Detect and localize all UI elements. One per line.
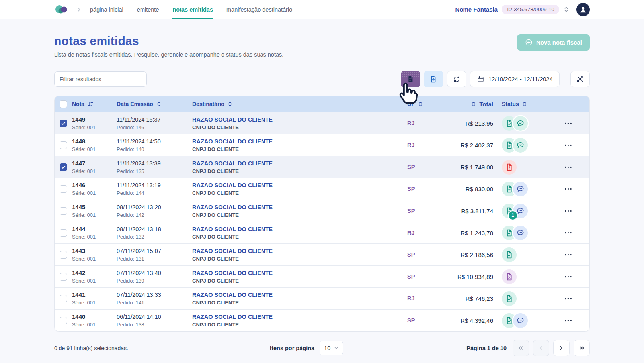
document-check-icon[interactable]	[502, 247, 517, 262]
row-checkbox[interactable]	[60, 295, 67, 302]
last-page-button[interactable]	[574, 340, 590, 356]
recipient-name[interactable]: RAZAO SOCIAL DO CLIENTE	[192, 204, 399, 211]
column-header-data-emissao[interactable]: Data Emissão	[117, 101, 192, 107]
chat-check-icon[interactable]	[513, 116, 528, 131]
total-value: R$ 4.392,46	[442, 317, 502, 324]
page-info-text: Página 1 de 10	[466, 345, 507, 351]
row-checkbox[interactable]	[60, 185, 67, 193]
row-actions-button[interactable]	[564, 206, 573, 216]
recipient-name[interactable]: RAZAO SOCIAL DO CLIENTE	[192, 160, 399, 167]
column-header-nota[interactable]: Nota	[72, 101, 117, 108]
total-value: R$ 830,00	[442, 186, 502, 192]
recipient-name[interactable]: RAZAO SOCIAL DO CLIENTE	[192, 313, 399, 320]
selection-count-text: 0 de 91 linha(s) selecionadas.	[54, 345, 128, 351]
app-logo-icon[interactable]	[54, 4, 68, 16]
row-checkbox[interactable]	[60, 207, 67, 215]
recipient-cnpj: CNPJ DO CLIENTE	[192, 124, 399, 130]
invoice-number: 1448	[72, 138, 113, 145]
recipient-name[interactable]: RAZAO SOCIAL DO CLIENTE	[192, 291, 399, 298]
refresh-button[interactable]	[447, 71, 466, 87]
chat-check-icon[interactable]	[513, 138, 528, 153]
recipient-name[interactable]: RAZAO SOCIAL DO CLIENTE	[192, 269, 399, 277]
total-value: R$ 213,95	[442, 120, 502, 127]
column-header-uf[interactable]: UF	[402, 101, 442, 107]
column-header-status[interactable]: Status	[502, 101, 550, 107]
table-settings-button[interactable]	[570, 71, 590, 87]
date-range-button[interactable]: 12/10/2024 - 12/11/2024	[470, 71, 560, 87]
recipient-name[interactable]: RAZAO SOCIAL DO CLIENTE	[192, 182, 399, 189]
document-download-icon	[429, 75, 437, 83]
column-header-total[interactable]: Total	[442, 101, 502, 108]
document-cancel-icon[interactable]	[502, 269, 517, 284]
uf-value: RJ	[402, 295, 442, 302]
uf-value: RJ	[402, 142, 442, 148]
row-checkbox[interactable]	[60, 163, 67, 171]
issue-date: 07/11/2024 15:07	[117, 247, 189, 255]
recipient-name[interactable]: RAZAO SOCIAL DO CLIENTE	[192, 226, 399, 233]
nav-item-2[interactable]: notas emitidas	[172, 0, 213, 19]
column-header-destinatario[interactable]: Destinatário	[192, 101, 402, 107]
recipient-name[interactable]: RAZAO SOCIAL DO CLIENTE	[192, 116, 399, 123]
document-error-icon[interactable]	[502, 160, 517, 175]
issue-date: 11/11/2024 13:39	[117, 160, 189, 167]
invoices-table: Nota Data Emissão Destinatário UF	[54, 96, 590, 332]
recipient-name[interactable]: RAZAO SOCIAL DO CLIENTE	[192, 247, 399, 255]
row-actions-button[interactable]	[564, 294, 573, 303]
document-check-icon[interactable]	[502, 291, 517, 306]
issue-date: 08/11/2024 13:18	[117, 226, 189, 233]
download-document-button[interactable]	[424, 71, 443, 87]
company-switcher-icon[interactable]	[563, 6, 569, 13]
table-row: 1448 Série: 001 11/11/2024 14:50 Pedido:…	[55, 134, 589, 156]
select-all-checkbox[interactable]	[60, 100, 67, 108]
invoice-series: Série: 001	[72, 256, 113, 262]
invoice-number: 1446	[72, 182, 113, 189]
previous-page-button[interactable]	[533, 340, 549, 356]
table-row: 1447 Série: 001 11/11/2024 13:39 Pedido:…	[55, 156, 589, 178]
row-actions-button[interactable]	[564, 119, 573, 128]
nav-item-3[interactable]: manifestação destinatário	[226, 0, 292, 19]
filter-input[interactable]	[54, 71, 147, 87]
invoice-number: 1444	[72, 226, 113, 233]
row-actions-button[interactable]	[564, 228, 573, 237]
row-checkbox[interactable]	[60, 229, 67, 237]
chat-dots-icon[interactable]	[513, 313, 528, 328]
recipient-cnpj: CNPJ DO CLIENTE	[192, 234, 399, 240]
nav-item-1[interactable]: emitente	[137, 0, 159, 19]
new-invoice-button[interactable]: Nova nota fiscal	[517, 34, 590, 51]
nav-item-0[interactable]: página inicial	[90, 0, 123, 19]
chat-dots-icon[interactable]	[513, 226, 528, 240]
row-actions-button[interactable]	[564, 184, 573, 194]
row-checkbox[interactable]	[60, 317, 67, 324]
company-name[interactable]: Nome Fantasia	[455, 6, 498, 13]
row-checkbox[interactable]	[60, 273, 67, 281]
status-icons	[502, 291, 550, 306]
sort-both-icon	[156, 101, 162, 107]
first-page-button[interactable]	[513, 340, 529, 356]
uf-value: RJ	[402, 230, 442, 236]
order-number: Pedido: 139	[117, 278, 189, 284]
status-icons	[502, 160, 550, 175]
invoice-number: 1441	[72, 291, 113, 299]
chat-dots-icon[interactable]: 1	[513, 204, 528, 218]
next-page-button[interactable]	[553, 340, 570, 356]
recipient-name[interactable]: RAZAO SOCIAL DO CLIENTE	[192, 138, 399, 145]
row-checkbox[interactable]	[60, 251, 67, 259]
row-checkbox[interactable]	[60, 120, 67, 127]
user-avatar[interactable]	[576, 3, 590, 16]
items-per-page-select[interactable]: 10	[320, 341, 343, 355]
page-subtitle: Lista de notas fiscais emitidas. Pesquis…	[54, 51, 283, 58]
document-icon	[406, 75, 414, 83]
top-navbar: página inicialemitentenotas emitidasmani…	[0, 0, 644, 19]
invoice-number: 1440	[72, 313, 113, 321]
status-icons	[502, 116, 550, 131]
export-document-button[interactable]	[401, 71, 420, 87]
order-number: Pedido: 142	[117, 212, 189, 218]
row-actions-button[interactable]	[564, 316, 573, 325]
row-actions-button[interactable]	[564, 272, 573, 281]
chat-dots-icon[interactable]	[513, 182, 528, 196]
row-actions-button[interactable]	[564, 250, 573, 259]
row-actions-button[interactable]	[564, 141, 573, 150]
row-checkbox[interactable]	[60, 141, 67, 149]
row-actions-button[interactable]	[564, 163, 573, 172]
table-row: 1443 Série: 001 07/11/2024 15:07 Pedido:…	[55, 243, 589, 265]
